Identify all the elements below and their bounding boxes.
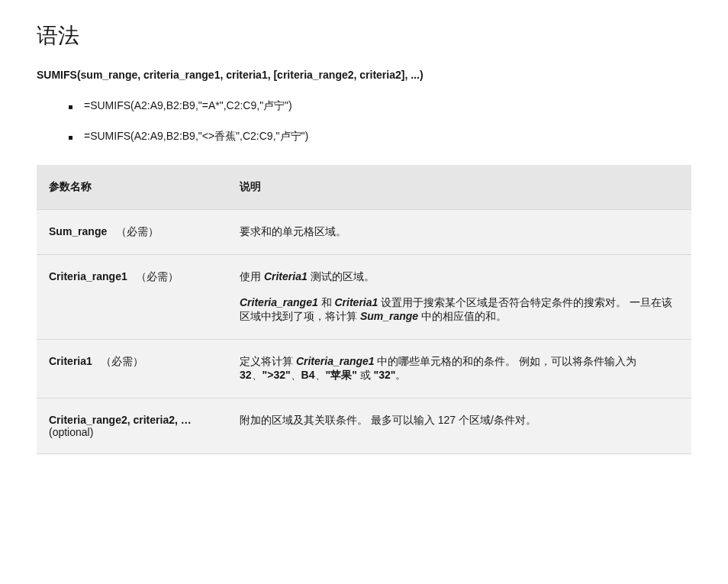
param-desc-cell: 要求和的单元格区域。 — [227, 210, 691, 255]
col-header-desc: 说明 — [227, 165, 691, 210]
table-row: Criteria_range1 （必需）使用 Criteria1 测试的区域。C… — [37, 255, 691, 340]
param-desc-paragraph: 要求和的单元格区域。 — [240, 225, 679, 239]
param-name-cell: Sum_range （必需） — [37, 210, 227, 255]
table-row: Criteria1 （必需）定义将计算 Criteria_range1 中的哪些… — [37, 340, 691, 398]
param-desc-paragraph: 附加的区域及其关联条件。 最多可以输入 127 个区域/条件对。 — [240, 414, 679, 428]
param-name: Criteria_range2, criteria2, … — [49, 414, 192, 426]
param-name: Sum_range — [49, 225, 107, 237]
table-row: Criteria_range2, criteria2, … (optional)… — [37, 398, 691, 454]
param-desc-paragraph: 定义将计算 Criteria_range1 中的哪些单元格的和的条件。 例如，可… — [240, 355, 679, 382]
param-desc-cell: 定义将计算 Criteria_range1 中的哪些单元格的和的条件。 例如，可… — [227, 340, 691, 398]
syntax-signature: SUMIFS(sum_range, criteria_range1, crite… — [37, 69, 691, 81]
param-required-note: （必需） — [127, 270, 179, 282]
param-required-note: （必需） — [107, 225, 159, 237]
param-name-cell: Criteria1 （必需） — [37, 340, 227, 398]
table-row: Sum_range （必需）要求和的单元格区域。 — [37, 210, 691, 255]
param-name-cell: Criteria_range2, criteria2, … (optional) — [37, 398, 227, 454]
params-table: 参数名称 说明 Sum_range （必需）要求和的单元格区域。Criteria… — [37, 165, 691, 454]
param-name: Criteria_range1 — [49, 270, 127, 282]
param-required-note: （必需） — [92, 355, 144, 367]
params-tbody: Sum_range （必需）要求和的单元格区域。Criteria_range1 … — [37, 210, 691, 454]
param-desc-cell: 附加的区域及其关联条件。 最多可以输入 127 个区域/条件对。 — [227, 398, 691, 454]
param-desc-paragraph: Criteria_range1 和 Criteria1 设置用于搜索某个区域是否… — [240, 296, 679, 324]
param-desc-cell: 使用 Criteria1 测试的区域。Criteria_range1 和 Cri… — [227, 255, 691, 340]
section-title: 语法 — [37, 21, 691, 50]
param-name: Criteria1 — [49, 355, 92, 367]
col-header-name: 参数名称 — [37, 165, 227, 210]
example-item: =SUMIFS(A2:A9,B2:B9,"=A*",C2:C9,"卢宁") — [69, 99, 691, 113]
examples-list: =SUMIFS(A2:A9,B2:B9,"=A*",C2:C9,"卢宁")=SU… — [69, 99, 691, 144]
example-item: =SUMIFS(A2:A9,B2:B9,"<>香蕉",C2:C9,"卢宁") — [69, 130, 691, 144]
param-desc-paragraph: 使用 Criteria1 测试的区域。 — [240, 270, 679, 284]
param-name-cell: Criteria_range1 （必需） — [37, 255, 227, 340]
